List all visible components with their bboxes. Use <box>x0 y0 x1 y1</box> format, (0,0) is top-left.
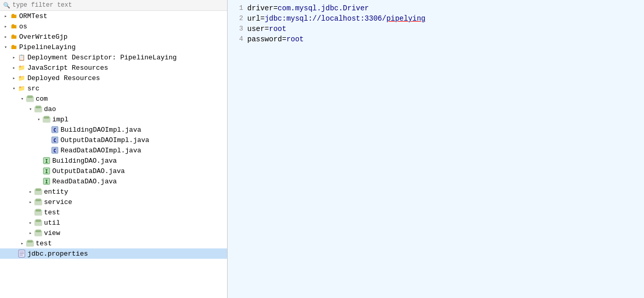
node-label: test <box>44 209 60 216</box>
toggle-leaf <box>35 178 42 185</box>
filter-icon: 🔍 <box>3 2 10 9</box>
svg-text:I: I <box>45 159 48 164</box>
node-label: service <box>44 198 72 206</box>
node-label: entity <box>44 188 68 196</box>
node-icon-package <box>34 229 42 237</box>
toggle-expanded[interactable] <box>27 105 34 113</box>
node-label: PipelineLaying <box>19 43 76 51</box>
node-icon-package <box>34 187 42 196</box>
node-icon-deployed: 📁 <box>18 74 26 82</box>
node-icon-package <box>26 239 34 247</box>
code-line-2: 2url=jdbc:mysql://localhost:3306/pipelyi… <box>228 14 644 25</box>
toggle-collapsed[interactable] <box>10 54 18 61</box>
toggle-leaf <box>43 136 51 144</box>
node-icon-package <box>34 105 42 113</box>
code-plain: = <box>273 4 277 12</box>
toggle-expanded[interactable] <box>10 85 18 92</box>
tree-item-src[interactable]: 📁src <box>0 83 227 93</box>
node-icon-class: C <box>51 136 59 144</box>
tree-item-com[interactable]: com <box>0 93 227 104</box>
code-plain: = <box>282 35 286 43</box>
svg-rect-27 <box>36 230 41 232</box>
code-value: root <box>287 35 304 43</box>
toggle-expanded[interactable] <box>35 116 42 123</box>
tree-scroll[interactable]: 🖿ORMTest🖿os🖿OverWriteGjp🖿PipelineLaying📋… <box>0 11 227 298</box>
svg-rect-1 <box>27 96 33 98</box>
toggle-collapsed[interactable] <box>10 64 18 71</box>
code-key: url <box>247 14 260 23</box>
node-icon-package <box>26 95 34 103</box>
svg-rect-5 <box>44 116 49 118</box>
code-text: password=root <box>247 35 304 43</box>
svg-rect-25 <box>36 219 41 222</box>
code-text: driver=com.mysql.jdbc.Driver <box>247 4 369 12</box>
tree-item-ormtest[interactable]: 🖿ORMTest <box>0 11 227 21</box>
filter-input[interactable] <box>12 2 224 9</box>
tree-item-deployment-descriptor[interactable]: 📋Deployment Descriptor: PipelineLaying <box>0 52 227 62</box>
line-number: 1 <box>233 4 243 12</box>
code-key: password <box>247 35 282 43</box>
tree-item-deployed-resources[interactable]: 📁Deployed Resources <box>0 73 227 83</box>
node-icon-interface: I <box>42 177 51 185</box>
tree-item-buildingdaoimpl[interactable]: CBuildingDAOImpl.java <box>0 124 227 135</box>
tree-item-view[interactable]: view <box>0 228 227 238</box>
node-label: view <box>44 229 60 237</box>
tree-item-overwrite[interactable]: 🖿OverWriteGjp <box>0 32 227 42</box>
toggle-leaf <box>35 167 42 175</box>
node-label: OverWriteGjp <box>19 33 68 41</box>
tree-item-entity[interactable]: entity <box>0 186 227 197</box>
toggle-expanded[interactable] <box>2 43 9 51</box>
tree-panel: 🔍 🖿ORMTest🖿os🖿OverWriteGjp🖿PipelineLayin… <box>0 0 228 298</box>
tree-item-outputdatadao[interactable]: IOutputDataDAO.java <box>0 166 227 176</box>
tree-item-pipelaying[interactable]: 🖿PipelineLaying <box>0 42 227 52</box>
node-label: OutputDataDAOImpl.java <box>61 136 149 144</box>
tree-item-readdaoimpl[interactable]: CReadDataDAOImpl.java <box>0 145 227 155</box>
node-label: os <box>19 23 27 30</box>
svg-rect-3 <box>36 106 41 108</box>
node-label: OutputDataDAO.java <box>52 167 125 175</box>
tree-item-test2[interactable]: test <box>0 238 227 248</box>
toggle-collapsed[interactable] <box>19 240 26 247</box>
node-label: src <box>27 85 39 92</box>
svg-text:I: I <box>45 179 48 184</box>
toggle-collapsed[interactable] <box>27 219 34 226</box>
svg-text:C: C <box>53 148 56 153</box>
node-icon-class: C <box>51 146 59 154</box>
node-label: impl <box>52 116 68 123</box>
node-icon-src: 📁 <box>18 84 26 92</box>
tree-item-service[interactable]: service <box>0 197 227 207</box>
tree-item-readdatadao[interactable]: IReadDataDAO.java <box>0 176 227 186</box>
node-icon-class: C <box>51 126 59 134</box>
code-value-underline: pipelying <box>386 14 426 23</box>
node-label: ReadDataDAO.java <box>52 178 117 185</box>
node-label: BuildingDAOImpl.java <box>61 126 141 134</box>
code-key: user <box>247 25 265 33</box>
toggle-expanded[interactable] <box>19 95 26 102</box>
svg-text:I: I <box>45 169 48 174</box>
toggle-collapsed[interactable] <box>2 33 9 40</box>
tree-item-util[interactable]: util <box>0 217 227 228</box>
code-value-plain: jdbc:mysql://localhost:3306/ <box>265 14 386 23</box>
tree-item-javascript-resources[interactable]: 📁JavaScript Resources <box>0 62 227 73</box>
tree-item-buildingdao[interactable]: IBuildingDAO.java <box>0 155 227 166</box>
tree-item-jdbc-properties[interactable]: jdbc.properties <box>0 248 227 259</box>
toggle-leaf <box>10 250 18 257</box>
code-line-4: 4password=root <box>228 35 644 45</box>
node-label: test <box>36 240 52 247</box>
toggle-collapsed[interactable] <box>10 74 18 82</box>
toggle-leaf <box>43 147 51 154</box>
toggle-collapsed[interactable] <box>27 188 34 195</box>
toggle-collapsed[interactable] <box>27 198 34 206</box>
node-label: Deployment Descriptor: PipelineLaying <box>27 54 177 61</box>
tree-item-outputdaoimpl[interactable]: COutputDataDAOImpl.java <box>0 135 227 145</box>
tree-item-impl[interactable]: impl <box>0 114 227 124</box>
node-label: Deployed Resources <box>27 74 100 82</box>
tree-item-dao[interactable]: dao <box>0 104 227 114</box>
node-icon-package <box>34 198 42 206</box>
toggle-collapsed[interactable] <box>2 23 9 30</box>
toggle-collapsed[interactable] <box>27 229 34 237</box>
node-label: com <box>36 95 48 103</box>
tree-item-os[interactable]: 🖿os <box>0 21 227 32</box>
tree-item-test[interactable]: test <box>0 207 227 217</box>
toggle-collapsed[interactable] <box>2 12 9 20</box>
